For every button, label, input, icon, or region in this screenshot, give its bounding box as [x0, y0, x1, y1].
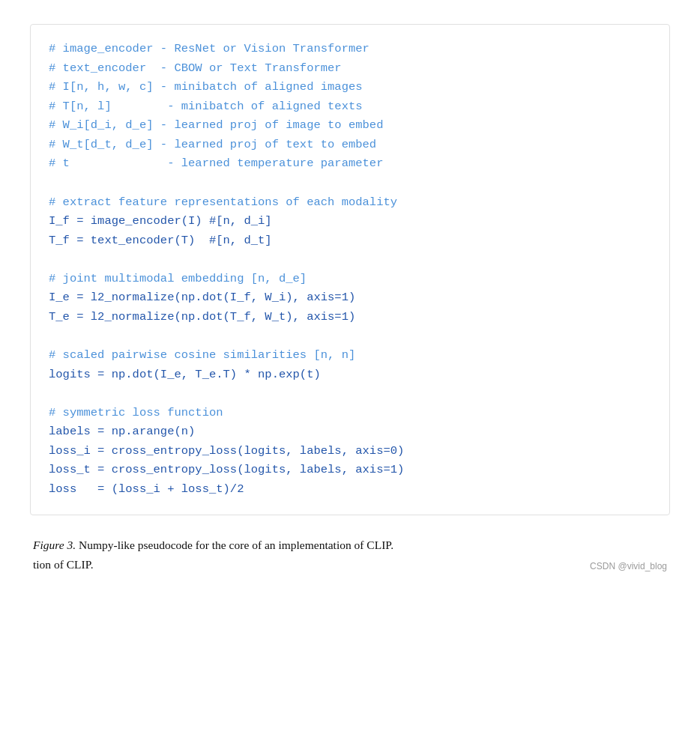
- code-comment-line: # W_t[d_t, d_e] - learned proj of text t…: [49, 138, 376, 151]
- caption-area: Figure 3. Numpy-like pseudocode for the …: [30, 536, 670, 574]
- code-comment-line: # image_encoder - ResNet or Vision Trans…: [49, 42, 369, 55]
- code-comment-line: # I[n, h, w, c] - minibatch of aligned i…: [49, 80, 363, 94]
- code-line: loss_t = cross_entropy_loss(logits, labe…: [49, 463, 404, 476]
- page-container: # image_encoder - ResNet or Vision Trans…: [0, 0, 700, 731]
- figure-text: Numpy-like pseudocode for the core of an…: [76, 539, 393, 551]
- code-comment-line: # t - learned temperature parameter: [49, 157, 383, 170]
- code-comment-line: # text_encoder - CBOW or Text Transforme…: [49, 61, 342, 75]
- code-comment-line: # symmetric loss function: [49, 406, 223, 419]
- code-comment-line: # extract feature representations of eac…: [49, 195, 397, 209]
- code-comment-line: # W_i[d_i, d_e] - learned proj of image …: [49, 118, 383, 132]
- code-block: # image_encoder - ResNet or Vision Trans…: [30, 24, 670, 515]
- code-line: T_e = l2_normalize(np.dot(T_f, W_t), axi…: [49, 310, 355, 324]
- watermark: CSDN @vivid_blog: [590, 559, 667, 574]
- code-comment-line: # T[n, l] - minibatch of aligned texts: [49, 100, 363, 113]
- code-line: labels = np.arange(n): [49, 425, 195, 438]
- caption-line1: Figure 3. Numpy-like pseudocode for the …: [33, 536, 667, 554]
- code-line: logits = np.dot(I_e, T_e.T) * np.exp(t): [49, 368, 321, 381]
- figure-label: Figure 3.: [33, 539, 76, 551]
- code-comment-line: # scaled pairwise cosine similarities [n…: [49, 348, 355, 362]
- code-comment-line: # joint multimodal embedding [n, d_e]: [49, 272, 307, 285]
- code-line: T_f = text_encoder(T) #[n, d_t]: [49, 234, 272, 247]
- caption-line2: tion of CLIP.: [33, 556, 94, 574]
- caption-bottom-row: tion of CLIP. CSDN @vivid_blog: [33, 556, 667, 574]
- code-line: I_e = l2_normalize(np.dot(I_f, W_i), axi…: [49, 291, 355, 304]
- code-line: loss = (loss_i + loss_t)/2: [49, 482, 244, 496]
- code-line: loss_i = cross_entropy_loss(logits, labe…: [49, 444, 404, 458]
- code-line: I_f = image_encoder(I) #[n, d_i]: [49, 214, 272, 228]
